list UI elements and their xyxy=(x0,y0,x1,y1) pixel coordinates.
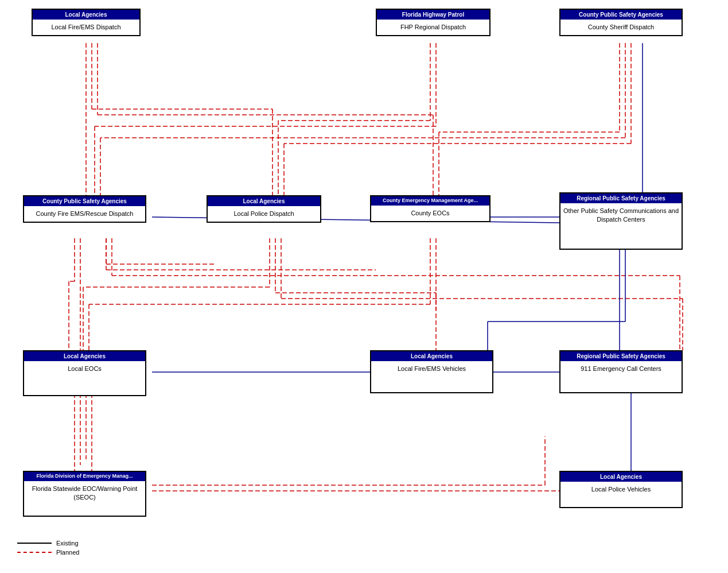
node-other-public-safety: Regional Public Safety Agencies Other Pu… xyxy=(559,192,683,250)
node-county-fire-ems-body: County Fire EMS/Rescue Dispatch xyxy=(24,206,145,222)
node-florida-statewide-eoc-header: Florida Division of Emergency Manag... xyxy=(24,472,145,481)
node-county-fire-ems: County Public Safety Agencies County Fir… xyxy=(23,195,146,223)
legend-planned: Planned xyxy=(17,549,79,556)
legend-planned-line xyxy=(17,552,52,553)
legend: Existing Planned xyxy=(17,540,79,556)
node-local-eocs-header: Local Agencies xyxy=(24,351,145,361)
legend-existing: Existing xyxy=(17,540,79,547)
node-fhp-regional-dispatch: Florida Highway Patrol FHP Regional Disp… xyxy=(376,9,490,36)
node-local-eocs: Local Agencies Local EOCs xyxy=(23,350,146,396)
diagram-container: Local Agencies Local Fire/EMS Dispatch F… xyxy=(0,0,728,540)
node-county-eocs: County Emergency Management Age... Count… xyxy=(370,195,490,222)
node-local-police-vehicles-header: Local Agencies xyxy=(560,472,682,482)
node-local-fire-ems-dispatch-body: Local Fire/EMS Dispatch xyxy=(33,20,139,35)
node-fhp-regional-dispatch-body: FHP Regional Dispatch xyxy=(377,20,489,35)
node-emergency-call-centers-body: 911 Emergency Call Centers xyxy=(560,361,682,377)
node-local-fire-ems-dispatch-header: Local Agencies xyxy=(33,10,139,20)
node-county-sheriff-dispatch-body: County Sheriff Dispatch xyxy=(560,20,682,35)
node-local-eocs-body: Local EOCs xyxy=(24,361,145,377)
node-county-eocs-body: County EOCs xyxy=(371,206,489,221)
connection-lines xyxy=(0,0,728,540)
legend-existing-line xyxy=(17,543,52,544)
node-florida-statewide-eoc-body: Florida Statewide EOC/Warning Point (SEO… xyxy=(24,481,145,506)
node-emergency-call-centers-header: Regional Public Safety Agencies xyxy=(560,351,682,361)
node-local-police-vehicles: Local Agencies Local Police Vehicles xyxy=(559,471,683,508)
node-county-sheriff-dispatch: County Public Safety Agencies County She… xyxy=(559,9,683,36)
node-fhp-regional-dispatch-header: Florida Highway Patrol xyxy=(377,10,489,20)
node-county-sheriff-dispatch-header: County Public Safety Agencies xyxy=(560,10,682,20)
legend-existing-label: Existing xyxy=(56,540,79,547)
node-other-public-safety-body: Other Public Safety Communications and D… xyxy=(560,203,682,228)
node-local-fire-ems-vehicles-header: Local Agencies xyxy=(371,351,492,361)
node-florida-statewide-eoc: Florida Division of Emergency Manag... F… xyxy=(23,471,146,517)
node-other-public-safety-header: Regional Public Safety Agencies xyxy=(560,193,682,203)
node-local-fire-ems-dispatch: Local Agencies Local Fire/EMS Dispatch xyxy=(32,9,141,36)
node-local-fire-ems-vehicles-body: Local Fire/EMS Vehicles xyxy=(371,361,492,377)
node-local-police-dispatch: Local Agencies Local Police Dispatch xyxy=(207,195,321,223)
node-local-police-vehicles-body: Local Police Vehicles xyxy=(560,482,682,497)
node-local-police-dispatch-body: Local Police Dispatch xyxy=(208,206,320,222)
node-emergency-call-centers: Regional Public Safety Agencies 911 Emer… xyxy=(559,350,683,393)
node-local-fire-ems-vehicles: Local Agencies Local Fire/EMS Vehicles xyxy=(370,350,493,393)
node-local-police-dispatch-header: Local Agencies xyxy=(208,196,320,206)
node-county-eocs-header: County Emergency Management Age... xyxy=(371,196,489,206)
node-county-fire-ems-header: County Public Safety Agencies xyxy=(24,196,145,206)
legend-planned-label: Planned xyxy=(56,549,79,556)
